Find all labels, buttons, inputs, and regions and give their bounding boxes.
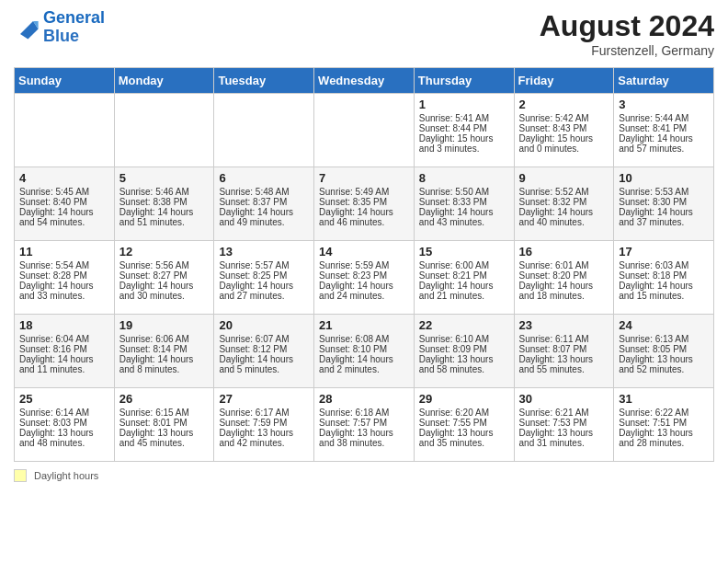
sunset-text: Sunset: 7:55 PM bbox=[419, 418, 509, 428]
month-year: August 2024 bbox=[540, 9, 714, 43]
calendar-cell: 28Sunrise: 6:18 AMSunset: 7:57 PMDayligh… bbox=[314, 388, 415, 462]
day-number: 18 bbox=[19, 318, 109, 332]
header-day: Friday bbox=[514, 68, 614, 94]
daylight-text: Daylight: 14 hours and 54 minutes. bbox=[19, 207, 109, 227]
day-number: 15 bbox=[419, 245, 509, 259]
daylight-text: Daylight: 13 hours and 48 minutes. bbox=[19, 428, 109, 448]
footer: Daylight hours bbox=[14, 469, 714, 482]
daylight-text: Daylight: 15 hours and 3 minutes. bbox=[419, 133, 509, 154]
day-number: 31 bbox=[619, 392, 709, 406]
daylight-text: Daylight: 14 hours and 24 minutes. bbox=[319, 281, 409, 301]
daylight-text: Daylight: 14 hours and 8 minutes. bbox=[119, 354, 210, 374]
sunset-text: Sunset: 8:35 PM bbox=[319, 197, 409, 207]
sunrise-text: Sunrise: 5:56 AM bbox=[119, 260, 210, 270]
day-number: 19 bbox=[119, 318, 210, 332]
calendar-cell: 4Sunrise: 5:45 AMSunset: 8:40 PMDaylight… bbox=[15, 167, 115, 241]
sunrise-text: Sunrise: 6:03 AM bbox=[619, 260, 709, 270]
daylight-text: Daylight: 15 hours and 0 minutes. bbox=[519, 133, 609, 154]
logo-icon bbox=[14, 15, 40, 40]
daylight-text: Daylight: 14 hours and 21 minutes. bbox=[419, 281, 509, 301]
calendar-cell bbox=[15, 94, 115, 167]
sunrise-text: Sunrise: 6:17 AM bbox=[219, 408, 309, 418]
logo-general: General bbox=[43, 8, 105, 27]
calendar-week-row: 25Sunrise: 6:14 AMSunset: 8:03 PMDayligh… bbox=[15, 388, 714, 462]
sunset-text: Sunset: 8:44 PM bbox=[419, 123, 509, 133]
calendar-table: SundayMondayTuesdayWednesdayThursdayFrid… bbox=[14, 67, 714, 462]
day-number: 3 bbox=[619, 98, 709, 111]
sunrise-text: Sunrise: 6:20 AM bbox=[419, 408, 509, 418]
sunrise-text: Sunrise: 5:48 AM bbox=[219, 187, 309, 197]
calendar-week-row: 11Sunrise: 5:54 AMSunset: 8:28 PMDayligh… bbox=[15, 241, 714, 315]
day-number: 27 bbox=[219, 392, 309, 406]
header-day: Monday bbox=[114, 68, 214, 94]
daylight-text: Daylight: 14 hours and 51 minutes. bbox=[119, 207, 210, 227]
sunset-text: Sunset: 8:05 PM bbox=[619, 344, 709, 354]
sunrise-text: Sunrise: 6:06 AM bbox=[119, 334, 210, 344]
logo-blue: Blue bbox=[43, 27, 79, 45]
sunrise-text: Sunrise: 5:41 AM bbox=[419, 113, 509, 123]
header-day: Wednesday bbox=[314, 68, 415, 94]
calendar-cell: 26Sunrise: 6:15 AMSunset: 8:01 PMDayligh… bbox=[114, 388, 214, 462]
calendar-cell: 23Sunrise: 6:11 AMSunset: 8:07 PMDayligh… bbox=[514, 315, 614, 388]
calendar-cell: 6Sunrise: 5:48 AMSunset: 8:37 PMDaylight… bbox=[214, 167, 314, 241]
sunset-text: Sunset: 8:23 PM bbox=[319, 270, 409, 281]
day-number: 6 bbox=[219, 171, 309, 185]
day-number: 29 bbox=[419, 392, 509, 406]
sunset-text: Sunset: 7:57 PM bbox=[319, 418, 409, 428]
sunrise-text: Sunrise: 5:45 AM bbox=[19, 187, 109, 197]
sunrise-text: Sunrise: 6:00 AM bbox=[419, 260, 509, 270]
daylight-text: Daylight: 14 hours and 30 minutes. bbox=[119, 281, 210, 301]
sunrise-text: Sunrise: 5:54 AM bbox=[19, 260, 109, 270]
sunset-text: Sunset: 7:59 PM bbox=[219, 418, 309, 428]
sunset-text: Sunset: 8:28 PM bbox=[19, 270, 109, 281]
calendar-cell: 27Sunrise: 6:17 AMSunset: 7:59 PMDayligh… bbox=[214, 388, 314, 462]
sunset-text: Sunset: 7:51 PM bbox=[619, 418, 709, 428]
daylight-text: Daylight: 14 hours and 43 minutes. bbox=[419, 207, 509, 227]
sunset-text: Sunset: 8:09 PM bbox=[419, 344, 509, 354]
day-number: 9 bbox=[519, 171, 609, 185]
daylight-text: Daylight: 13 hours and 31 minutes. bbox=[519, 428, 609, 448]
day-number: 12 bbox=[119, 245, 210, 259]
sunrise-text: Sunrise: 6:10 AM bbox=[419, 334, 509, 344]
sunrise-text: Sunrise: 6:04 AM bbox=[19, 334, 109, 344]
calendar-cell: 12Sunrise: 5:56 AMSunset: 8:27 PMDayligh… bbox=[114, 241, 214, 315]
calendar-cell: 5Sunrise: 5:46 AMSunset: 8:38 PMDaylight… bbox=[114, 167, 214, 241]
daylight-text: Daylight: 14 hours and 33 minutes. bbox=[19, 281, 109, 301]
sunset-text: Sunset: 8:33 PM bbox=[419, 197, 509, 207]
day-number: 23 bbox=[519, 318, 609, 332]
daylight-text: Daylight: 14 hours and 11 minutes. bbox=[19, 354, 109, 374]
sunset-text: Sunset: 7:53 PM bbox=[519, 418, 609, 428]
day-number: 22 bbox=[419, 318, 509, 332]
day-number: 5 bbox=[119, 171, 210, 185]
calendar-cell: 21Sunrise: 6:08 AMSunset: 8:10 PMDayligh… bbox=[314, 315, 415, 388]
calendar-cell: 8Sunrise: 5:50 AMSunset: 8:33 PMDaylight… bbox=[414, 167, 514, 241]
daylight-text: Daylight: 14 hours and 27 minutes. bbox=[219, 281, 309, 301]
calendar-cell: 22Sunrise: 6:10 AMSunset: 8:09 PMDayligh… bbox=[414, 315, 514, 388]
calendar-cell: 25Sunrise: 6:14 AMSunset: 8:03 PMDayligh… bbox=[15, 388, 115, 462]
daylight-text: Daylight: 14 hours and 49 minutes. bbox=[219, 207, 309, 227]
daylight-text: Daylight: 13 hours and 38 minutes. bbox=[319, 428, 409, 448]
calendar-cell bbox=[114, 94, 214, 167]
daylight-label: Daylight hours bbox=[34, 470, 98, 481]
calendar-week-row: 18Sunrise: 6:04 AMSunset: 8:16 PMDayligh… bbox=[15, 315, 714, 388]
calendar-cell: 15Sunrise: 6:00 AMSunset: 8:21 PMDayligh… bbox=[414, 241, 514, 315]
calendar-cell: 19Sunrise: 6:06 AMSunset: 8:14 PMDayligh… bbox=[114, 315, 214, 388]
daylight-text: Daylight: 14 hours and 37 minutes. bbox=[619, 207, 709, 227]
daylight-text: Daylight: 14 hours and 57 minutes. bbox=[619, 133, 709, 154]
day-number: 30 bbox=[519, 392, 609, 406]
sunset-text: Sunset: 8:27 PM bbox=[119, 270, 210, 281]
daylight-text: Daylight: 13 hours and 42 minutes. bbox=[219, 428, 309, 448]
day-number: 17 bbox=[619, 245, 709, 259]
header-day: Thursday bbox=[414, 68, 514, 94]
logo: General Blue bbox=[14, 9, 105, 46]
sunrise-text: Sunrise: 5:49 AM bbox=[319, 187, 409, 197]
calendar-cell: 24Sunrise: 6:13 AMSunset: 8:05 PMDayligh… bbox=[614, 315, 714, 388]
sunrise-text: Sunrise: 6:08 AM bbox=[319, 334, 409, 344]
daylight-text: Daylight: 13 hours and 45 minutes. bbox=[119, 428, 210, 448]
calendar-cell bbox=[314, 94, 415, 167]
sunset-text: Sunset: 8:32 PM bbox=[519, 197, 609, 207]
sunset-text: Sunset: 8:14 PM bbox=[119, 344, 210, 354]
calendar-cell: 30Sunrise: 6:21 AMSunset: 7:53 PMDayligh… bbox=[514, 388, 614, 462]
calendar-cell: 1Sunrise: 5:41 AMSunset: 8:44 PMDaylight… bbox=[414, 94, 514, 167]
sunset-text: Sunset: 8:16 PM bbox=[19, 344, 109, 354]
